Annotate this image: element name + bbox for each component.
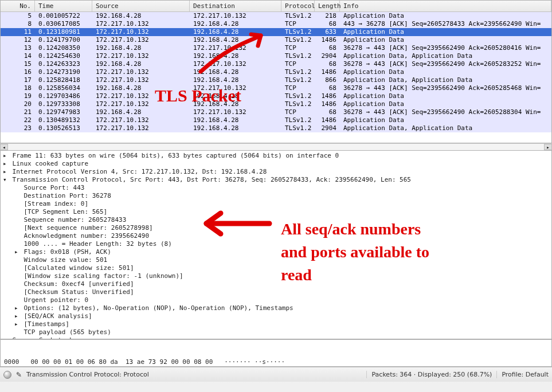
col-header-protocol[interactable]: Protocol	[281, 1, 315, 11]
packet-row[interactable]: 160.124273190172.217.10.132192.168.4.28T…	[1, 68, 551, 76]
tree-item[interactable]: [Calculated window size: 501]	[3, 264, 549, 272]
cell-info: Application Data	[340, 116, 551, 124]
packet-row[interactable]: 80.030617085172.217.10.132192.168.4.28TC…	[1, 20, 551, 28]
status-profile[interactable]: Profile: Default	[496, 371, 549, 378]
cell-time: 0.129747983	[35, 108, 92, 116]
cell-src: 192.168.4.28	[92, 108, 190, 116]
expand-closed-icon[interactable]: ▸	[14, 248, 20, 256]
packet-row[interactable]: 170.125828418172.217.10.132192.168.4.28T…	[1, 76, 551, 84]
hex-row[interactable]: 0000 00 00 00 01 00 06 80 da 13 ae 73 92…	[4, 358, 548, 366]
tree-item-label: Options: (12 bytes), No-Operation (NOP),…	[20, 304, 293, 312]
tree-item[interactable]: ▾ Transmission Control Protocol, Src Por…	[3, 176, 549, 184]
tree-item-label: 1000 .... = Header Length: 32 bytes (8)	[20, 240, 172, 248]
expand-open-icon[interactable]: ▾	[3, 176, 9, 184]
scroll-right-icon[interactable]: ▸	[544, 144, 552, 150]
col-header-no[interactable]: No.	[1, 1, 35, 11]
expand-closed-icon[interactable]: ▸	[3, 160, 9, 168]
packet-row[interactable]: 180.125856034192.168.4.28172.217.10.132T…	[1, 84, 551, 92]
tree-item-label: [Stream index: 0]	[20, 200, 88, 207]
cell-len: 633	[315, 28, 340, 36]
expand-closed-icon[interactable]: ▸	[14, 312, 20, 320]
packet-list-hscroll[interactable]: ◂ ▸	[0, 143, 552, 150]
expand-closed-icon[interactable]: ▸	[14, 304, 20, 312]
cell-time: 0.124263323	[35, 60, 92, 68]
packet-row[interactable]: 200.129733308172.217.10.132192.168.4.28T…	[1, 100, 551, 108]
cell-proto: TCP	[281, 108, 315, 116]
tree-item[interactable]: Acknowledgment number: 2395662490	[3, 232, 549, 240]
cell-dst: 192.168.4.28	[190, 116, 281, 124]
packet-list-pane[interactable]: No. Time Source Destination Protocol Len…	[0, 0, 552, 143]
tree-item[interactable]: [Window size scaling factor: -1 (unknown…	[3, 272, 549, 280]
tree-spacer	[14, 232, 20, 240]
tree-item[interactable]: [Stream index: 0]	[3, 200, 549, 208]
tree-item[interactable]: Sequence number: 2605278433	[3, 216, 549, 224]
expert-info-icon[interactable]	[3, 371, 11, 379]
tree-item[interactable]: ▸ Frame 11: 633 bytes on wire (5064 bits…	[3, 152, 549, 160]
tree-item[interactable]: [Checksum Status: Unverified]	[3, 288, 549, 296]
packet-row[interactable]: 190.129703486172.217.10.132192.168.4.28T…	[1, 92, 551, 100]
cell-time: 0.001005722	[35, 12, 92, 20]
tree-item[interactable]: Window size value: 501	[3, 256, 549, 264]
expand-closed-icon[interactable]: ▸	[3, 168, 9, 176]
tree-spacer	[14, 256, 20, 264]
packet-row[interactable]: 110.123180981172.217.10.132192.168.4.28T…	[1, 28, 551, 36]
cell-proto: TLSv1.2	[281, 76, 315, 84]
tree-item[interactable]: Checksum: 0xecf4 [unverified]	[3, 280, 549, 288]
tree-item-label: Source Port: 443	[20, 184, 85, 191]
tree-spacer	[14, 200, 20, 208]
packet-row[interactable]: 50.001005722192.168.4.28172.217.10.132TL…	[1, 12, 551, 20]
packet-row[interactable]: 220.130489132172.217.10.132192.168.4.28T…	[1, 116, 551, 124]
cell-time: 0.129733308	[35, 100, 92, 108]
packet-row[interactable]: 230.130526513172.217.10.132192.168.4.28T…	[1, 124, 551, 132]
tree-item[interactable]: 1000 .... = Header Length: 32 bytes (8)	[3, 240, 549, 248]
cell-proto: TCP	[281, 44, 315, 52]
tree-spacer	[14, 280, 20, 288]
scroll-track[interactable]	[8, 144, 544, 150]
tree-item-label: Urgent pointer: 0	[20, 296, 88, 304]
tree-item[interactable]: [Next sequence number: 2605278998]	[3, 224, 549, 232]
col-header-destination[interactable]: Destination	[190, 1, 281, 11]
col-header-info[interactable]: Info	[340, 1, 551, 11]
cell-src: 192.168.4.28	[92, 84, 190, 92]
packet-bytes-pane[interactable]: 0000 00 00 00 01 00 06 80 da 13 ae 73 92…	[0, 339, 552, 367]
tree-item[interactable]: Destination Port: 36278	[3, 192, 549, 200]
packet-row[interactable]: 120.124179700172.217.10.132192.168.4.28T…	[1, 36, 551, 44]
tree-item[interactable]: ▸ Linux cooked capture	[3, 160, 549, 168]
hex-bytes: 00 00 00 01 00 06 80 da 13 ae 73 92 00 0…	[30, 358, 213, 366]
expand-closed-icon[interactable]: ▸	[3, 152, 9, 160]
cell-info: Application Data, Application Data	[340, 124, 551, 132]
cell-src: 172.217.10.132	[92, 116, 190, 124]
tree-item[interactable]: ▸ [Timestamps]	[3, 320, 549, 328]
scroll-left-icon[interactable]: ◂	[0, 144, 8, 150]
tree-item[interactable]: [TCP Segment Len: 565]	[3, 208, 549, 216]
tree-item[interactable]: ▸ Options: (12 bytes), No-Operation (NOP…	[3, 304, 549, 312]
tree-item[interactable]: ▸ [SEQ/ACK analysis]	[3, 312, 549, 320]
expand-closed-icon[interactable]: ▸	[14, 320, 20, 328]
cell-time: 0.124254630	[35, 52, 92, 60]
tree-item[interactable]: TCP payload (565 bytes)	[3, 328, 549, 336]
tree-item[interactable]: Urgent pointer: 0	[3, 296, 549, 304]
col-header-source[interactable]: Source	[92, 1, 190, 11]
edit-icon[interactable]: ✎	[16, 371, 22, 379]
packet-row[interactable]: 130.124208350192.168.4.28172.217.10.132T…	[1, 44, 551, 52]
packet-details-pane[interactable]: ▸ Frame 11: 633 bytes on wire (5064 bits…	[0, 150, 552, 339]
tree-item-label: Internet Protocol Version 4, Src: 172.21…	[9, 168, 267, 175]
tree-item[interactable]: Source Port: 443	[3, 184, 549, 192]
tree-item[interactable]: ▸ Flags: 0x018 (PSH, ACK)	[3, 248, 549, 256]
cell-dst: 192.168.4.28	[190, 68, 281, 76]
status-packet-count: Packets: 364 · Displayed: 250 (68.7%)	[366, 371, 492, 378]
tree-item-label: Linux cooked capture	[9, 160, 88, 167]
cell-info: Application Data	[340, 68, 551, 76]
cell-no: 19	[1, 92, 35, 100]
col-header-time[interactable]: Time	[35, 1, 92, 11]
tree-spacer	[14, 184, 20, 192]
col-header-length[interactable]: Length	[315, 1, 340, 11]
cell-proto: TLSv1.2	[281, 92, 315, 100]
tree-spacer	[14, 288, 20, 296]
cell-info: Application Data	[340, 92, 551, 100]
tree-item[interactable]: ▸ Internet Protocol Version 4, Src: 172.…	[3, 168, 549, 176]
packet-row[interactable]: 150.124263323192.168.4.28172.217.10.132T…	[1, 60, 551, 68]
cell-src: 172.217.10.132	[92, 92, 190, 100]
packet-row[interactable]: 210.129747983192.168.4.28172.217.10.132T…	[1, 108, 551, 116]
packet-row[interactable]: 140.124254630172.217.10.132192.168.4.28T…	[1, 52, 551, 60]
